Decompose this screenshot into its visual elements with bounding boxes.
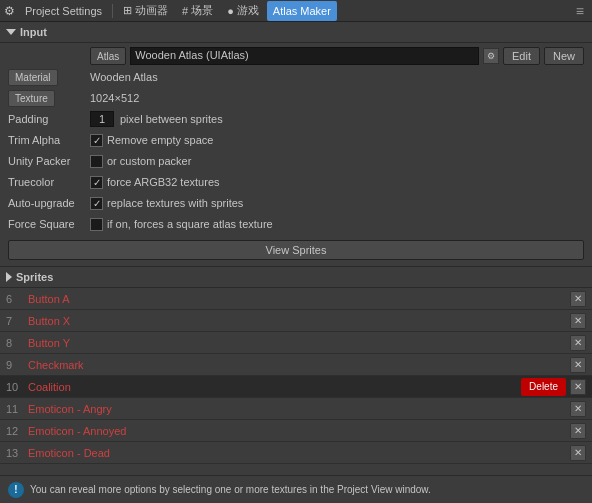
- remove-button-5[interactable]: ✕: [570, 401, 586, 417]
- truecolor-checkbox[interactable]: [90, 176, 103, 189]
- sprite-num-2: 8: [6, 337, 28, 349]
- input-section-header: Input: [0, 22, 592, 43]
- padding-label: Padding: [8, 113, 90, 125]
- game-label: 游戏: [237, 3, 259, 18]
- info-bar: ! You can reveal more options by selecti…: [0, 475, 592, 503]
- animator-tab[interactable]: ⊞ 动画器: [117, 1, 174, 21]
- main-panel: Input Atlas Wooden Atlas (UIAtlas) ⚙ Edi…: [0, 22, 592, 503]
- truecolor-row: Truecolor force ARGB32 textures: [8, 173, 584, 191]
- remove-button-2[interactable]: ✕: [570, 335, 586, 351]
- auto-upgrade-checkbox[interactable]: [90, 197, 103, 210]
- delete-button-4[interactable]: Delete: [521, 378, 566, 396]
- sprite-row-7[interactable]: 13Emoticon - Dead✕: [0, 442, 592, 464]
- sprite-num-3: 9: [6, 359, 28, 371]
- sprite-num-7: 13: [6, 447, 28, 459]
- sprite-name-6: Emoticon - Annoyed: [28, 425, 570, 437]
- trim-alpha-text: Remove empty space: [107, 134, 213, 146]
- material-row: Material Wooden Atlas: [8, 68, 584, 86]
- truecolor-text: force ARGB32 textures: [107, 176, 220, 188]
- remove-button-4[interactable]: ✕: [570, 379, 586, 395]
- sprite-row-3[interactable]: 9Checkmark✕: [0, 354, 592, 376]
- sprites-header-label: Sprites: [16, 271, 53, 283]
- remove-button-1[interactable]: ✕: [570, 313, 586, 329]
- atlas-type-button[interactable]: Atlas: [90, 47, 126, 65]
- sprite-row-4[interactable]: 10CoalitionDelete✕: [0, 376, 592, 398]
- game-icon: ●: [227, 5, 234, 17]
- scene-icon: #: [182, 5, 188, 17]
- auto-upgrade-text: replace textures with sprites: [107, 197, 243, 209]
- project-settings-tab[interactable]: Project Settings: [19, 1, 108, 21]
- animator-label: 动画器: [135, 3, 168, 18]
- divider-1: [112, 4, 113, 18]
- force-square-checkbox[interactable]: [90, 218, 103, 231]
- input-collapse-icon[interactable]: [6, 29, 16, 35]
- atlas-field-row: Atlas Wooden Atlas (UIAtlas) ⚙ Edit New: [90, 47, 584, 65]
- new-button[interactable]: New: [544, 47, 584, 65]
- remove-button-6[interactable]: ✕: [570, 423, 586, 439]
- sprite-num-6: 12: [6, 425, 28, 437]
- sprite-name-4: Coalition: [28, 381, 521, 393]
- sprite-name-0: Button A: [28, 293, 570, 305]
- sprite-row-1[interactable]: 7Button X✕: [0, 310, 592, 332]
- material-value: Wooden Atlas: [90, 71, 158, 83]
- texture-value: 1024×512: [90, 92, 139, 104]
- sprite-num-1: 7: [6, 315, 28, 327]
- remove-button-3[interactable]: ✕: [570, 357, 586, 373]
- unity-packer-row: Unity Packer or custom packer: [8, 152, 584, 170]
- view-sprites-button[interactable]: View Sprites: [8, 240, 584, 260]
- sprite-name-3: Checkmark: [28, 359, 570, 371]
- padding-input[interactable]: [90, 111, 114, 127]
- sprite-name-7: Emoticon - Dead: [28, 447, 570, 459]
- sprites-section: Sprites 6Button A✕7Button X✕8Button Y✕9C…: [0, 267, 592, 475]
- gear-icon: ⚙: [4, 4, 15, 18]
- texture-label: Texture: [8, 90, 90, 107]
- auto-upgrade-label: Auto-upgrade: [8, 197, 90, 209]
- force-square-text: if on, forces a square atlas texture: [107, 218, 273, 230]
- padding-suffix: pixel between sprites: [120, 113, 223, 125]
- padding-row: Padding pixel between sprites: [8, 110, 584, 128]
- atlas-name-field[interactable]: Wooden Atlas (UIAtlas): [130, 47, 479, 65]
- game-tab[interactable]: ● 游戏: [221, 1, 265, 21]
- sprites-collapse-icon[interactable]: [6, 272, 12, 282]
- sprite-num-4: 10: [6, 381, 28, 393]
- top-bar: ⚙ Project Settings ⊞ 动画器 # 场景 ● 游戏 Atlas…: [0, 0, 592, 22]
- unity-packer-label: Unity Packer: [8, 155, 90, 167]
- info-icon: !: [8, 482, 24, 498]
- sprite-row-2[interactable]: 8Button Y✕: [0, 332, 592, 354]
- material-tag-button[interactable]: Material: [8, 69, 58, 86]
- animator-icon: ⊞: [123, 4, 132, 17]
- sprite-row-5[interactable]: 11Emoticon - Angry✕: [0, 398, 592, 420]
- atlasmaker-label: Atlas Maker: [273, 5, 331, 17]
- trim-alpha-row: Trim Alpha Remove empty space: [8, 131, 584, 149]
- force-square-row: Force Square if on, forces a square atla…: [8, 215, 584, 233]
- input-header-label: Input: [20, 26, 47, 38]
- sprite-row-6[interactable]: 12Emoticon - Annoyed✕: [0, 420, 592, 442]
- input-section-body: Atlas Wooden Atlas (UIAtlas) ⚙ Edit New …: [0, 43, 592, 267]
- material-label: Material: [8, 69, 90, 86]
- sprite-row-0[interactable]: 6Button A✕: [0, 288, 592, 310]
- sprite-num-5: 11: [6, 403, 28, 415]
- scene-tab[interactable]: # 场景: [176, 1, 219, 21]
- unity-packer-checkbox[interactable]: [90, 155, 103, 168]
- atlasmaker-tab[interactable]: Atlas Maker: [267, 1, 337, 21]
- texture-tag-button[interactable]: Texture: [8, 90, 55, 107]
- sprites-section-header: Sprites: [0, 267, 592, 288]
- auto-upgrade-row: Auto-upgrade replace textures with sprit…: [8, 194, 584, 212]
- remove-button-0[interactable]: ✕: [570, 291, 586, 307]
- edit-button[interactable]: Edit: [503, 47, 540, 65]
- scene-label: 场景: [191, 3, 213, 18]
- force-square-label: Force Square: [8, 218, 90, 230]
- texture-row: Texture 1024×512: [8, 89, 584, 107]
- hamburger-icon[interactable]: ≡: [572, 3, 588, 19]
- atlas-settings-icon[interactable]: ⚙: [483, 48, 499, 64]
- remove-button-7[interactable]: ✕: [570, 445, 586, 461]
- info-text: You can reveal more options by selecting…: [30, 484, 431, 495]
- trim-alpha-label: Trim Alpha: [8, 134, 90, 146]
- sprite-name-2: Button Y: [28, 337, 570, 349]
- sprites-list: 6Button A✕7Button X✕8Button Y✕9Checkmark…: [0, 288, 592, 475]
- truecolor-label: Truecolor: [8, 176, 90, 188]
- sprite-name-5: Emoticon - Angry: [28, 403, 570, 415]
- trim-alpha-checkbox[interactable]: [90, 134, 103, 147]
- atlas-row: Atlas Wooden Atlas (UIAtlas) ⚙ Edit New: [8, 47, 584, 65]
- sprite-name-1: Button X: [28, 315, 570, 327]
